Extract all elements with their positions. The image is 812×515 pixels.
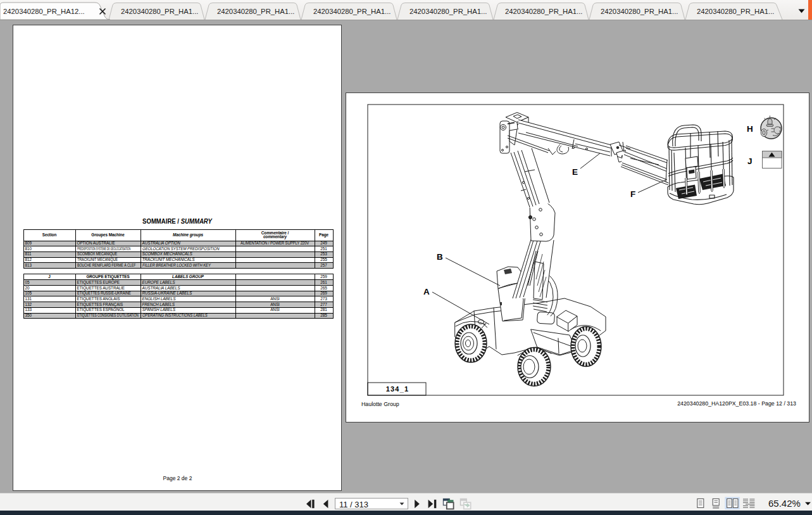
svg-text:2420340280_PR_HA1...: 2420340280_PR_HA1... [313, 8, 390, 15]
svg-text:H: H [747, 124, 753, 134]
svg-text:Haulotte Group: Haulotte Group [361, 401, 399, 407]
svg-text:2420340280_PR_HA1...: 2420340280_PR_HA1... [409, 8, 487, 15]
svg-text:2420340280_PR_HA1...: 2420340280_PR_HA1... [601, 8, 678, 15]
svg-text:2420340280_PR_HA12...: 2420340280_PR_HA12... [3, 8, 85, 15]
svg-text:2420340280_HA120PX_E03.18 - Pa: 2420340280_HA120PX_E03.18 - Page 12 / 31… [677, 400, 796, 407]
svg-text:2420340280_PR_HA1...: 2420340280_PR_HA1... [217, 8, 294, 15]
svg-text:65.42%: 65.42% [768, 498, 801, 509]
svg-text:E: E [572, 167, 578, 177]
svg-text:2420340280_PR_HA1...: 2420340280_PR_HA1... [121, 8, 198, 15]
svg-text:2420340280_PR_HA1...: 2420340280_PR_HA1... [505, 8, 582, 15]
svg-text:J: J [747, 156, 753, 166]
svg-text:B: B [437, 252, 443, 262]
svg-text:134_1: 134_1 [386, 385, 409, 393]
svg-text:2420340280_PR_HA1...: 2420340280_PR_HA1... [697, 8, 774, 15]
svg-text:A: A [423, 287, 430, 296]
svg-text:F: F [630, 189, 635, 199]
svg-text:11 / 313: 11 / 313 [339, 500, 368, 509]
